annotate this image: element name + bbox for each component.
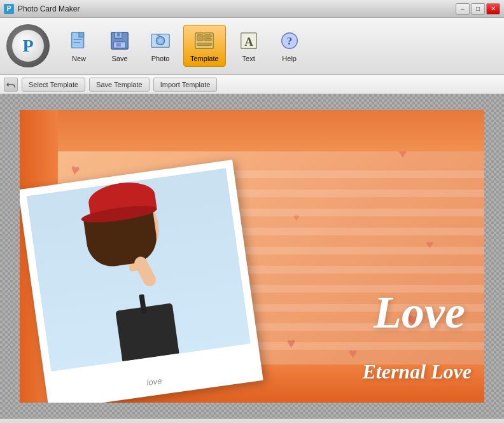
love-text: Love (374, 286, 465, 339)
select-template-button[interactable]: Select Template (22, 78, 85, 92)
app-logo: P (6, 24, 50, 67)
svg-rect-15 (204, 35, 211, 38)
svg-rect-1 (79, 32, 84, 38)
close-button[interactable]: ✕ (486, 3, 500, 15)
template-icon (193, 29, 216, 52)
toolbar-new[interactable]: New (61, 25, 97, 66)
canvas-area: ♥ ♥ ♥ ♥ ♥ ♥ ♥ ♥ (0, 94, 504, 419)
photo-frame[interactable]: love (20, 160, 263, 403)
toolbar-text[interactable]: A Text (231, 25, 267, 66)
photo-caption: love (146, 376, 163, 387)
toolbar-template[interactable]: Template (183, 25, 226, 67)
svg-rect-16 (204, 38, 211, 41)
minimize-button[interactable]: – (456, 3, 470, 15)
save-template-button[interactable]: Save Template (89, 78, 150, 92)
photo-label: Photo (151, 55, 170, 62)
text-label: Text (242, 55, 255, 62)
svg-rect-14 (197, 35, 203, 41)
help-icon: ? (278, 29, 301, 52)
photo-icon (149, 29, 172, 52)
svg-point-11 (158, 38, 163, 43)
status-bar: Click Help button to get info 900 x 624 … (0, 419, 504, 423)
app-title: Photo Card Maker (18, 4, 456, 13)
text-icon: A (237, 29, 260, 52)
toolbar-save[interactable]: Save (102, 25, 137, 66)
heart-7: ♥ (287, 335, 295, 352)
window-controls: – □ ✕ (456, 3, 500, 15)
svg-text:A: A (244, 35, 253, 48)
save-label: Save (111, 55, 127, 62)
new-label: New (72, 55, 86, 62)
svg-text:?: ? (286, 35, 292, 47)
app-icon: P (4, 4, 14, 14)
secondary-toolbar: Select Template Save Template Import Tem… (0, 75, 504, 94)
import-template-button[interactable]: Import Template (153, 78, 218, 92)
svg-rect-17 (197, 43, 212, 46)
title-bar: P Photo Card Maker – □ ✕ (0, 0, 504, 18)
toolbar-help[interactable]: ? Help (272, 25, 307, 66)
toolbar-photo[interactable]: Photo (143, 25, 178, 66)
svg-rect-12 (157, 34, 160, 36)
main-toolbar: P New Save (0, 18, 504, 75)
template-label: Template (190, 55, 219, 62)
card-canvas[interactable]: ♥ ♥ ♥ ♥ ♥ ♥ ♥ ♥ (20, 110, 484, 403)
help-label: Help (282, 55, 297, 62)
undo-button[interactable] (4, 78, 18, 92)
new-icon (67, 29, 90, 52)
logo-letter: P (22, 36, 33, 56)
maximize-button[interactable]: □ (471, 3, 485, 15)
eternal-love-text: Eternal Love (362, 360, 472, 384)
svg-rect-7 (116, 43, 121, 47)
save-icon (108, 29, 131, 52)
photo-frame-inner (27, 169, 251, 371)
top-bar (20, 110, 484, 151)
logo-inner: P (12, 30, 44, 62)
svg-rect-8 (117, 33, 120, 37)
